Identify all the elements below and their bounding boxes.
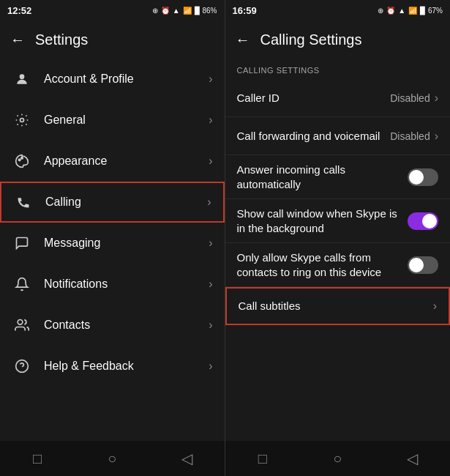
nav-square-right[interactable]: □ [248,444,277,473]
caller-id-item[interactable]: Caller ID Disabled › [225,79,451,117]
settings-list: Account & Profile › General › Appear [0,59,225,441]
calling-settings-list: Caller ID Disabled › Call forwarding and… [225,79,451,441]
appearance-icon [12,154,32,168]
back-arrow-left[interactable]: ← [10,31,25,48]
wifi-icon: 📶 [183,7,192,15]
status-bar-right: 16:59 ⊕ ⏰ ▲ 📶 ▉ 67% [225,0,451,21]
only-allow-thumb [409,258,424,272]
call-forwarding-value: Disabled [390,130,430,142]
calling-section-label: CALLING SETTINGS [225,59,451,79]
back-arrow-right[interactable]: ← [236,31,250,48]
help-chevron: › [209,360,212,373]
appearance-label: Appearance [32,155,209,168]
only-allow-label: Only allow Skype calls from contacts to … [237,250,408,279]
caller-id-value: Disabled [390,92,430,104]
general-chevron: › [209,114,212,127]
sidebar-item-account[interactable]: Account & Profile › [0,59,225,100]
sidebar-item-messaging[interactable]: Messaging › [0,223,225,264]
show-call-window-item: Show call window when Skype is in the ba… [225,199,451,243]
alarm-icon: ⏰ [161,7,170,15]
only-allow-toggle[interactable] [408,256,438,274]
notifications-label: Notifications [32,278,209,291]
messaging-label: Messaging [32,237,209,250]
call-subtitles-chevron: › [433,300,437,313]
caller-id-chevron: › [435,92,438,105]
call-subtitles-item[interactable]: Call subtitles › [225,287,451,325]
svg-point-1 [20,119,24,122]
svg-point-4 [18,320,23,325]
signal-icon: ▲ [173,7,180,15]
caller-id-label: Caller ID [237,91,391,105]
notifications-chevron: › [209,278,212,291]
time-left: 12:52 [7,5,31,16]
sidebar-item-help[interactable]: Help & Feedback › [0,346,225,387]
nav-bar-right: □ ○ ◁ [225,441,451,476]
general-label: General [32,114,209,127]
status-icons-right: ⊕ ⏰ ▲ 📶 ▉ 67% [378,7,443,15]
only-allow-item: Only allow Skype calls from contacts to … [225,243,451,287]
help-icon [12,359,32,373]
calling-icon [13,195,34,209]
battery-left: ▉ 86% [195,7,217,15]
help-label: Help & Feedback [32,360,209,373]
call-subtitles-label: Call subtitles [239,299,433,313]
answer-auto-thumb [409,170,424,185]
right-panel: 16:59 ⊕ ⏰ ▲ 📶 ▉ 67% ← Calling Settings C… [225,0,451,476]
account-label: Account & Profile [32,72,209,86]
show-call-window-label: Show call window when Skype is in the ba… [237,207,408,235]
nav-circle-left[interactable]: ○ [97,444,127,473]
calling-header: ← Calling Settings [225,21,451,59]
svg-point-0 [20,74,25,79]
calling-settings-title: Calling Settings [260,31,362,48]
skype-icon-right: ⊕ [378,7,383,15]
call-forwarding-label: Call forwarding and voicemail [237,129,391,144]
contacts-label: Contacts [32,319,209,332]
contacts-chevron: › [209,319,212,332]
answer-auto-label: Answer incoming calls automatically [237,163,408,191]
svg-point-2 [18,159,20,161]
nav-circle-right[interactable]: ○ [323,444,352,473]
status-icons-left: ⊕ ⏰ ▲ 📶 ▉ 86% [152,7,217,15]
wifi-icon-right: 📶 [408,7,417,15]
messaging-icon [12,236,32,250]
sidebar-item-calling[interactable]: Calling › [0,182,225,223]
show-call-window-thumb [422,214,437,228]
svg-point-3 [21,157,23,160]
call-forwarding-chevron: › [435,130,438,143]
show-call-window-toggle[interactable] [408,212,438,230]
nav-triangle-right[interactable]: ◁ [398,444,427,473]
status-bar-left: 12:52 ⊕ ⏰ ▲ 📶 ▉ 86% [0,0,225,21]
account-icon [12,72,32,86]
contacts-icon [12,318,32,332]
settings-page-title: Settings [35,31,88,48]
answer-auto-item: Answer incoming calls automatically [225,155,451,199]
appearance-chevron: › [209,155,212,168]
skype-icon: ⊕ [152,7,158,15]
sidebar-item-general[interactable]: General › [0,100,225,141]
signal-icon-right: ▲ [398,7,405,15]
time-right: 16:59 [233,5,257,16]
settings-header: ← Settings [0,21,225,59]
nav-square-left[interactable]: □ [23,444,52,473]
left-panel: 12:52 ⊕ ⏰ ▲ 📶 ▉ 86% ← Settings Account &… [0,0,225,476]
call-forwarding-item[interactable]: Call forwarding and voicemail Disabled › [225,117,451,155]
messaging-chevron: › [209,237,212,250]
sidebar-item-appearance[interactable]: Appearance › [0,141,225,182]
nav-triangle-left[interactable]: ◁ [172,444,201,473]
notifications-icon [12,277,32,291]
account-chevron: › [209,72,212,86]
sidebar-item-contacts[interactable]: Contacts › [0,305,225,346]
battery-right: ▉ 67% [420,7,443,15]
nav-bar-left: □ ○ ◁ [0,441,225,476]
general-icon [12,113,32,127]
calling-label: Calling [34,196,207,209]
sidebar-item-notifications[interactable]: Notifications › [0,264,225,305]
calling-chevron: › [207,196,211,209]
answer-auto-toggle[interactable] [408,168,438,186]
alarm-icon-right: ⏰ [386,7,395,15]
